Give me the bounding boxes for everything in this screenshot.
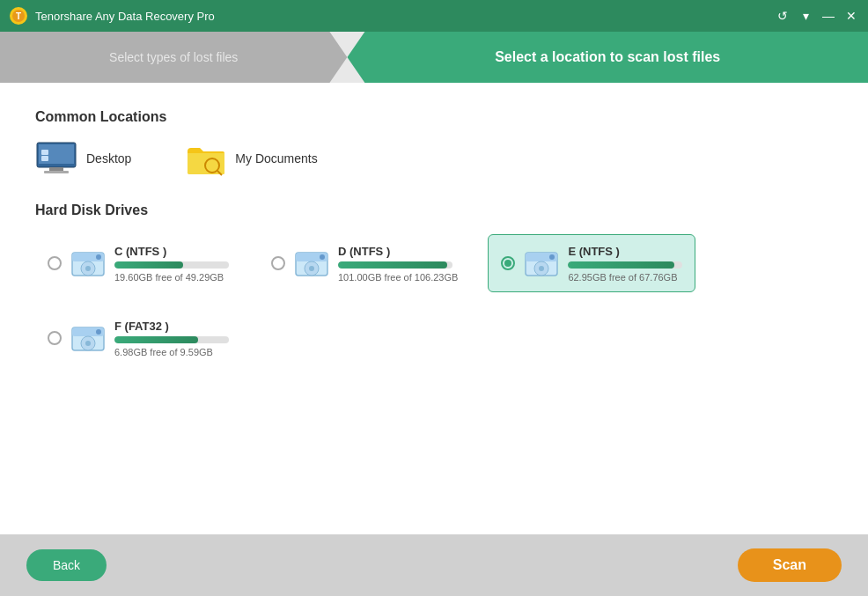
svg-point-20 — [320, 254, 325, 260]
drive-f[interactable]: F (FAT32 ) 6.98GB free of 9.59GB — [35, 310, 241, 366]
window-controls: ↺ ▾ — ✕ — [775, 8, 859, 24]
location-my-documents[interactable]: My Documents — [184, 141, 317, 176]
drive-f-bar-container — [114, 336, 229, 343]
hdd-d-icon — [292, 244, 331, 283]
drive-d-size: 101.00GB free of 106.23GB — [338, 272, 458, 283]
svg-rect-7 — [49, 167, 63, 171]
desktop-label: Desktop — [86, 151, 131, 166]
svg-point-22 — [309, 266, 314, 271]
drive-f-bar — [114, 336, 198, 343]
drive-c-bar-container — [114, 261, 229, 269]
drive-e-size: 62.95GB free of 67.76GB — [568, 272, 682, 283]
close-icon[interactable]: ✕ — [843, 8, 859, 24]
drive-d-info: D (NTFS ) 101.00GB free of 106.23GB — [338, 245, 458, 283]
svg-rect-8 — [44, 171, 69, 173]
drive-f-size: 6.98GB free of 9.59GB — [114, 347, 229, 357]
step2-label: Select a location to scan lost files — [495, 49, 720, 65]
drive-d[interactable]: D (NTFS ) 101.00GB free of 106.23GB — [259, 234, 470, 292]
drive-f-info: F (FAT32 ) 6.98GB free of 9.59GB — [114, 320, 229, 357]
svg-point-30 — [96, 329, 101, 335]
history-icon[interactable]: ↺ — [775, 8, 791, 24]
common-locations-list: Desktop My Documents — [35, 141, 833, 176]
step1: Select types of lost files — [0, 32, 347, 83]
hdd-title: Hard Disk Drives — [35, 202, 833, 218]
svg-point-17 — [85, 266, 91, 271]
back-button[interactable]: Back — [26, 549, 107, 581]
svg-rect-9 — [41, 150, 48, 155]
svg-text:T: T — [16, 11, 21, 21]
drive-e-name: E (NTFS ) — [568, 245, 682, 258]
scan-button[interactable]: Scan — [738, 548, 842, 582]
main-content: Common Locations Desktop — [0, 83, 868, 534]
drive-f-name: F (FAT32 ) — [114, 320, 229, 333]
step1-label: Select types of lost files — [109, 50, 238, 64]
minimize-icon[interactable]: — — [820, 8, 836, 24]
app-logo-icon: T — [9, 6, 28, 26]
drive-e-bar — [568, 261, 674, 269]
common-locations-title: Common Locations — [35, 109, 833, 125]
svg-point-32 — [85, 341, 91, 346]
hdd-e-icon — [522, 244, 561, 283]
drive-d-name: D (NTFS ) — [338, 245, 458, 258]
app-title: Tenorshare Any Data Recovery Pro — [35, 10, 775, 23]
drive-d-radio[interactable] — [271, 256, 285, 270]
drive-c-radio[interactable] — [48, 256, 62, 270]
drive-d-bar — [338, 261, 447, 269]
location-desktop[interactable]: Desktop — [35, 141, 131, 176]
drive-f-radio[interactable] — [48, 331, 62, 345]
my-documents-icon — [184, 141, 226, 176]
dropdown-icon[interactable]: ▾ — [798, 8, 813, 24]
desktop-icon — [35, 141, 77, 176]
drive-e-bar-container — [568, 261, 682, 269]
drive-c[interactable]: C (NTFS ) 19.60GB free of 49.29GB — [35, 234, 241, 292]
svg-rect-10 — [41, 156, 48, 161]
drive-c-name: C (NTFS ) — [114, 245, 229, 258]
title-bar: T Tenorshare Any Data Recovery Pro ↺ ▾ —… — [0, 0, 868, 32]
drive-d-bar-container — [338, 261, 452, 269]
step-header: Select types of lost files Select a loca… — [0, 32, 868, 83]
drive-e-info: E (NTFS ) 62.95GB free of 67.76GB — [568, 245, 682, 283]
drive-c-size: 19.60GB free of 49.29GB — [114, 272, 229, 283]
svg-point-27 — [539, 266, 544, 271]
hdd-c-icon — [69, 244, 107, 283]
drive-c-info: C (NTFS ) 19.60GB free of 49.29GB — [114, 245, 229, 283]
hard-disk-drives: Hard Disk Drives C (NTFS ) 19.60G — [35, 202, 833, 366]
hdd-f-icon — [69, 319, 107, 357]
svg-point-25 — [549, 254, 555, 260]
drives-grid: C (NTFS ) 19.60GB free of 49.29GB — [35, 234, 833, 366]
my-documents-label: My Documents — [235, 151, 317, 166]
drive-e-radio[interactable] — [501, 256, 515, 270]
svg-point-15 — [96, 254, 101, 260]
footer: Back Scan — [0, 534, 868, 596]
drive-e[interactable]: E (NTFS ) 62.95GB free of 67.76GB — [488, 234, 695, 292]
drive-c-bar — [114, 261, 183, 269]
step2: Select a location to scan lost files — [347, 32, 868, 83]
